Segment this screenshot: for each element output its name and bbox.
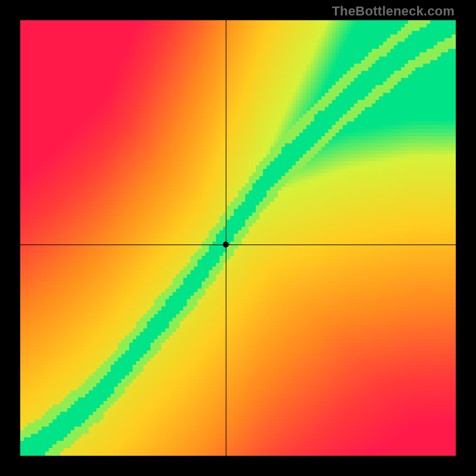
chart-frame: TheBottleneck.com	[0, 0, 476, 476]
heatmap-canvas	[20, 20, 456, 456]
watermark-text: TheBottleneck.com	[332, 4, 455, 19]
plot-area	[20, 20, 456, 456]
